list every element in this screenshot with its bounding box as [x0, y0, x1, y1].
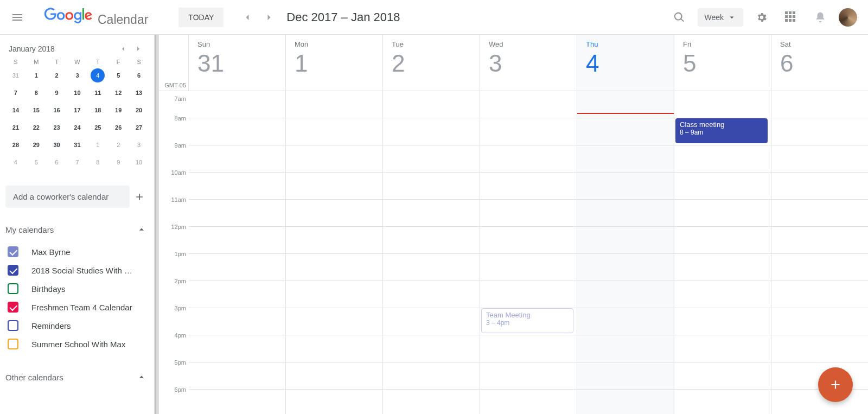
calendar-event[interactable]: Class meeting8 – 9am [675, 118, 768, 143]
time-slot[interactable] [771, 390, 868, 414]
time-slot[interactable] [771, 335, 868, 362]
time-slot[interactable] [189, 390, 286, 414]
mini-day[interactable]: 30 [49, 138, 65, 152]
time-slot[interactable] [771, 91, 868, 118]
time-slot[interactable] [383, 145, 480, 173]
mini-day[interactable]: 11 [90, 86, 106, 100]
time-slot[interactable] [480, 118, 577, 145]
mini-day[interactable]: 20 [131, 103, 147, 117]
time-slot[interactable] [480, 254, 577, 281]
time-slot[interactable] [674, 281, 771, 308]
mini-day[interactable]: 29 [28, 138, 44, 152]
time-slot[interactable] [286, 173, 383, 200]
time-slot[interactable] [286, 254, 383, 281]
calendar-checkbox[interactable] [8, 246, 18, 257]
sidebar-resize-handle[interactable] [154, 35, 158, 414]
time-slot[interactable] [577, 227, 674, 254]
calendar-item[interactable]: Birthdays [5, 279, 149, 298]
mini-day[interactable]: 28 [8, 138, 24, 152]
mini-day[interactable]: 10 [131, 155, 147, 169]
time-slot[interactable] [286, 91, 383, 118]
time-slot[interactable] [674, 227, 771, 254]
mini-day[interactable]: 31 [69, 138, 85, 152]
calendar-item[interactable]: Summer School With Max [5, 335, 149, 353]
time-slot[interactable]: Team Meeting3 – 4pm [480, 308, 577, 335]
mini-day[interactable]: 6 [131, 68, 147, 82]
time-slot[interactable] [189, 335, 286, 362]
hamburger-icon[interactable] [11, 11, 24, 24]
time-slot[interactable] [383, 308, 480, 335]
time-slot[interactable] [383, 254, 480, 281]
mini-prev-icon[interactable] [116, 44, 131, 53]
mini-day[interactable]: 23 [49, 120, 65, 135]
mini-day[interactable]: 1 [28, 68, 44, 82]
time-slot[interactable] [674, 254, 771, 281]
mini-next-icon[interactable] [131, 44, 146, 53]
time-slot[interactable] [286, 281, 383, 308]
mini-day[interactable]: 19 [110, 103, 126, 117]
day-header[interactable]: Mon1 [286, 35, 383, 91]
avatar[interactable] [839, 8, 857, 27]
mini-day[interactable]: 8 [90, 155, 106, 169]
mini-day[interactable]: 4 [8, 155, 24, 169]
mini-day[interactable]: 13 [131, 86, 147, 100]
time-slot[interactable] [383, 362, 480, 390]
create-event-fab[interactable] [818, 367, 853, 402]
mini-day[interactable]: 6 [49, 155, 65, 169]
time-slot[interactable] [771, 281, 868, 308]
mini-day[interactable]: 22 [28, 120, 44, 135]
time-slot[interactable] [577, 200, 674, 227]
time-slot[interactable] [577, 390, 674, 414]
time-slot[interactable] [771, 200, 868, 227]
time-slot[interactable]: Class meeting8 – 9am [674, 118, 771, 145]
time-slot[interactable] [383, 118, 480, 145]
time-slot[interactable] [189, 145, 286, 173]
add-coworker-input[interactable]: Add a coworker's calendar [5, 186, 130, 208]
calendar-checkbox[interactable] [8, 265, 18, 276]
time-slot[interactable] [189, 362, 286, 390]
prev-week-icon[interactable] [237, 7, 258, 28]
time-slot[interactable] [189, 308, 286, 335]
time-slot[interactable] [771, 254, 868, 281]
time-slot[interactable] [480, 173, 577, 200]
time-slot[interactable] [577, 254, 674, 281]
time-slot[interactable] [286, 227, 383, 254]
mini-day[interactable]: 9 [49, 86, 65, 100]
time-slot[interactable] [480, 200, 577, 227]
week-grid[interactable]: 7am8amClass meeting8 – 9am9am10am11am12p… [159, 91, 868, 414]
collapse-icon[interactable] [136, 224, 147, 235]
mini-day[interactable]: 21 [8, 120, 24, 135]
time-slot[interactable] [286, 362, 383, 390]
day-header[interactable]: Wed3 [480, 35, 577, 91]
calendar-item[interactable]: Freshmen Team 4 Calendar [5, 298, 149, 316]
time-slot[interactable] [771, 173, 868, 200]
mini-day[interactable]: 7 [8, 86, 24, 100]
calendar-checkbox[interactable] [8, 339, 18, 349]
time-slot[interactable] [383, 281, 480, 308]
search-icon[interactable] [668, 7, 690, 28]
time-slot[interactable] [286, 335, 383, 362]
time-slot[interactable] [480, 390, 577, 414]
mini-day[interactable]: 2 [49, 68, 65, 82]
time-slot[interactable] [577, 335, 674, 362]
mini-day[interactable]: 4 [91, 68, 105, 82]
time-slot[interactable] [674, 390, 771, 414]
day-header[interactable]: Sun31 [189, 35, 286, 91]
time-slot[interactable] [480, 91, 577, 118]
time-slot[interactable] [674, 200, 771, 227]
day-header[interactable]: Tue2 [383, 35, 480, 91]
mini-day[interactable]: 3 [131, 138, 147, 152]
time-slot[interactable] [674, 91, 771, 118]
view-selector[interactable]: Week [698, 8, 743, 27]
day-header[interactable]: Sat6 [771, 35, 868, 91]
time-slot[interactable] [577, 118, 674, 145]
time-slot[interactable] [674, 308, 771, 335]
time-slot[interactable] [189, 173, 286, 200]
time-slot[interactable] [674, 335, 771, 362]
mini-day[interactable]: 8 [28, 86, 44, 100]
next-week-icon[interactable] [258, 7, 280, 28]
calendar-event[interactable]: Team Meeting3 – 4pm [481, 308, 573, 333]
time-slot[interactable] [189, 118, 286, 145]
time-slot[interactable] [480, 145, 577, 173]
mini-day[interactable]: 17 [69, 103, 85, 117]
